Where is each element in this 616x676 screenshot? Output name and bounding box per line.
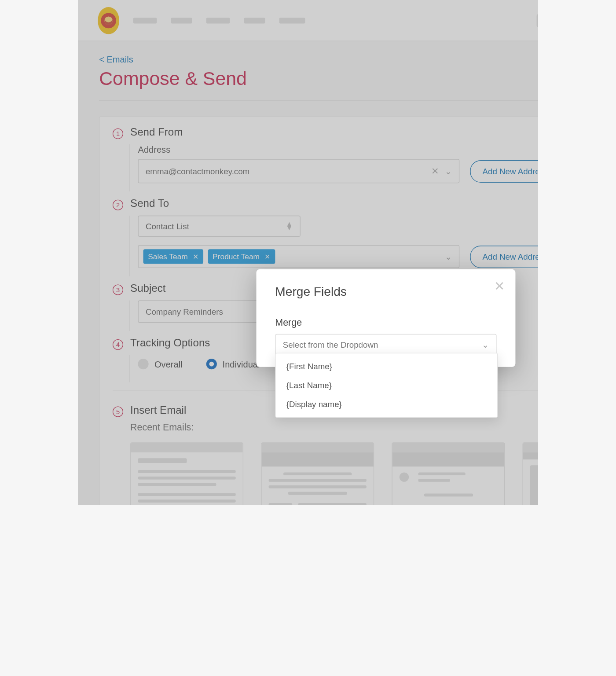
close-icon[interactable]: ✕ [494, 279, 505, 294]
merge-field-dropdown: {First Name} {Last Name} {Display name} [275, 353, 498, 418]
merge-field-select[interactable]: Select from the Dropdown ⌄ [275, 334, 496, 355]
merge-option-last-name[interactable]: {Last Name} [276, 376, 497, 395]
merge-option-display-name[interactable]: {Display name} [276, 395, 497, 414]
modal-backdrop[interactable] [78, 0, 538, 505]
chevron-down-icon: ⌄ [482, 340, 489, 349]
merge-option-first-name[interactable]: {First Name} [276, 357, 497, 376]
merge-field-label: Merge [275, 317, 496, 328]
modal-title: Merge Fields [275, 284, 496, 298]
merge-fields-modal: ✕ Merge Fields Merge Select from the Dro… [257, 269, 516, 367]
